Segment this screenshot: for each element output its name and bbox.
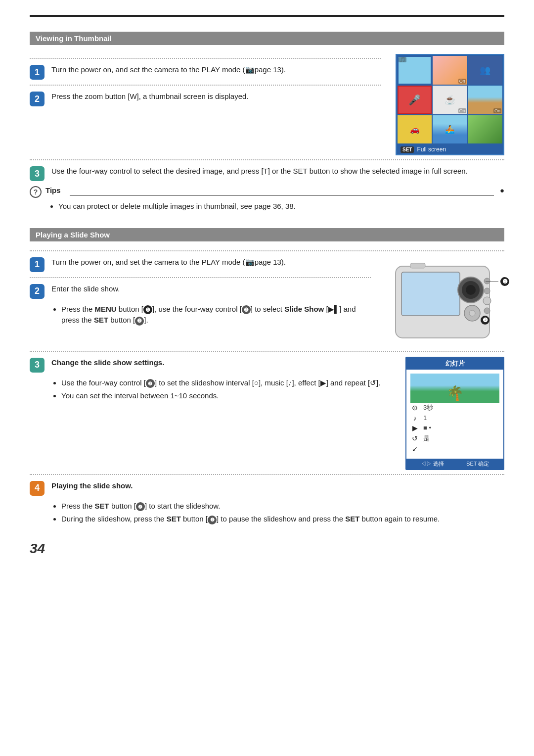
step-s3-row: 3 Change the slide show settings. (30, 357, 391, 373)
step3-text: Use the four-way control to select the d… (51, 165, 504, 177)
svg-point-7 (484, 288, 490, 294)
thumbnail-grid-container: 🎵 On 👥 🎤 ☕ On O (396, 54, 504, 155)
section1-header: Viewing in Thumbnail (30, 32, 504, 45)
step-s2-num: 2 (30, 284, 44, 299)
tips-icon: ? (30, 186, 42, 198)
top-border (30, 15, 504, 17)
dotted-line-s1 (30, 250, 504, 251)
step-s3-num: 3 (30, 358, 44, 373)
tips-label: Tips (45, 186, 61, 194)
slideshow-footer-left: ◁▷ 选择 (421, 460, 444, 468)
camera-label-2: ❷ (481, 316, 490, 325)
svg-point-11 (469, 310, 475, 316)
thumb-cell-2: On (433, 56, 467, 85)
slideshow-footer-right: SET 确定 (466, 460, 489, 468)
slideshow-panel-image: 🌴 (410, 374, 499, 403)
thumb-cell-6: On (468, 86, 502, 114)
step3-num: 3 (30, 166, 44, 181)
palm-tree-icon: 🌴 (446, 385, 464, 401)
tips-content: You can protect or delete multiple image… (48, 201, 504, 212)
step-s3-bullets: Use the four-way control [❷] to set the … (51, 378, 391, 402)
step2-row: 2 Press the zoom button [W], a thumbnail… (30, 91, 381, 106)
slideshow-item-1: ⊙3秒 (410, 403, 499, 412)
step-s4-text: Playing the slide show. (51, 480, 504, 491)
step-s1-num: 1 (30, 257, 44, 272)
full-screen-label: Full screen (417, 146, 446, 153)
page-number: 34 (30, 541, 504, 557)
step-s2-text: Enter the slide show. (51, 283, 371, 294)
section-viewing-thumbnail: Viewing in Thumbnail 1 Turn the power on… (30, 32, 504, 212)
slideshow-item-2: ♪1 (410, 414, 499, 422)
slideshow-item-4: ↺是 (410, 434, 499, 443)
step1-num: 1 (30, 65, 44, 80)
thumbnail-footer: SET Full screen (397, 144, 503, 154)
slideshow-panel-body: 🌴 ⊙3秒 ♪1 ▶■ • ↺是 ↙ (406, 370, 503, 459)
step-s2-bullet: Press the MENU button [❶], use the four-… (51, 304, 371, 326)
step3-row: 3 Use the four-way control to select the… (30, 165, 504, 181)
slideshow-item-3: ▶■ • (410, 424, 499, 432)
step-s4-row: 4 Playing the slide show. (30, 480, 504, 496)
dotted-line-s4 (30, 474, 504, 475)
slideshow-panel-footer: ◁▷ 选择 SET 确定 (406, 459, 503, 469)
slideshow-panel-container: 幻灯片 🌴 ⊙3秒 ♪1 ▶■ • ↺是 (405, 357, 504, 470)
thumb-cell-9 (468, 115, 502, 144)
thumbnail-grid-inner: 🎵 On 👥 🎤 ☕ On O (397, 55, 503, 144)
svg-point-9 (484, 308, 490, 314)
step1-text: Turn the power on, and set the camera to… (51, 64, 381, 76)
thumb-cell-3: 👥 (468, 56, 502, 85)
tips-row: ? Tips ● (30, 186, 504, 198)
dotted-line-1 (30, 58, 381, 59)
thumb-cell-4: 🎤 (398, 86, 432, 114)
dotted-line-2 (30, 85, 381, 86)
step-s1-text: Turn the power on, and set the camera to… (51, 256, 371, 268)
step1-row: 1 Turn the power on, and set the camera … (30, 64, 381, 80)
dotted-line-3 (30, 159, 504, 160)
camera-diagram: —— ❶ ❷ (386, 256, 504, 347)
step-s4-bullets: Press the SET button [❷] to start the sl… (51, 501, 504, 525)
svg-point-8 (483, 297, 491, 305)
thumb-cell-1: 🎵 (398, 56, 432, 85)
dotted-line-s3 (30, 351, 504, 352)
camera-label-1: —— ❶ (486, 277, 509, 286)
step2-text: Press the zoom button [W], a thumbnail s… (51, 91, 381, 102)
thumb-cell-8: 🚣 (433, 115, 467, 144)
slideshow-panel: 幻灯片 🌴 ⊙3秒 ♪1 ▶■ • ↺是 (405, 357, 504, 470)
svg-rect-2 (410, 263, 425, 268)
step-s3-text: Change the slide show settings. (51, 357, 391, 368)
thumb-cell-7: 🚗 (398, 115, 432, 144)
section2-header: Playing a Slide Show (30, 228, 504, 241)
step2-num: 2 (30, 92, 44, 106)
step-s2-row: 2 Enter the slide show. (30, 283, 371, 299)
svg-rect-1 (401, 272, 460, 316)
slideshow-panel-title: 幻灯片 (406, 358, 503, 370)
camera-svg (386, 256, 504, 345)
tips-bullet: You can protect or delete multiple image… (58, 201, 504, 212)
thumb-cell-5: ☕ On (433, 86, 467, 114)
dotted-line-s2 (30, 277, 371, 278)
thumbnail-grid: 🎵 On 👥 🎤 ☕ On O (396, 54, 504, 155)
set-badge: SET (400, 146, 414, 153)
step-s1-row: 1 Turn the power on, and set the camera … (30, 256, 371, 272)
step-s4-num: 4 (30, 481, 44, 496)
section-slideshow: Playing a Slide Show 1 Turn the power on… (30, 228, 504, 525)
slideshow-item-5: ↙ (410, 445, 499, 453)
svg-point-5 (466, 285, 476, 295)
